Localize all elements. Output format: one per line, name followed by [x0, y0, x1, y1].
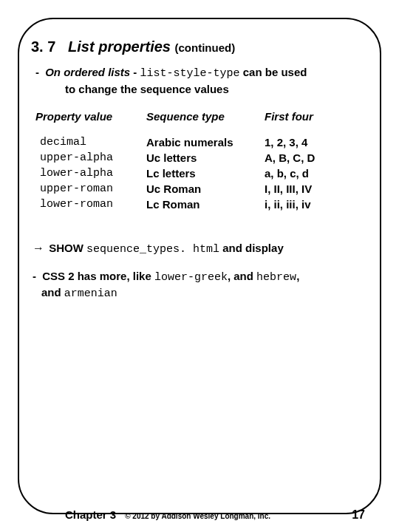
arrow-icon: →	[33, 242, 44, 254]
cell-sequence: Lc letters	[146, 166, 265, 181]
show-line: → SHOW sequence_types. html and display	[33, 242, 364, 256]
cell-sequence: Arabic numerals	[146, 134, 265, 150]
cell-sequence: Lc Roman	[146, 197, 265, 212]
slide-frame: 3. 7 List properties (continued) - On or…	[18, 18, 381, 514]
cell-sequence: Uc Roman	[146, 181, 265, 197]
footer-copyright: © 2012 by Addison Wesley Longman, Inc.	[125, 512, 270, 520]
header-property-value: Property value	[35, 110, 146, 123]
header-first-four: First four	[265, 110, 346, 123]
cell-property: upper-roman	[35, 181, 146, 197]
cell-property: lower-alpha	[35, 166, 146, 181]
note-code2: hebrew	[256, 271, 296, 284]
footer-page-number: 17	[352, 508, 365, 522]
table-row: lower-alpha Lc letters a, b, c, d	[35, 166, 364, 181]
cell-sequence: Uc letters	[146, 150, 265, 166]
bullet-dash: -	[35, 66, 39, 78]
note-code1: lower-greek	[154, 271, 228, 284]
note-line2a: and	[41, 286, 64, 299]
table-row: lower-roman Lc Roman i, ii, iii, iv	[35, 197, 364, 212]
bullet-tail: can be used	[240, 66, 307, 78]
show-code: sequence_types. html	[86, 243, 219, 256]
bullet-code: list-style-type	[140, 67, 240, 80]
heading-title: List properties	[68, 38, 171, 55]
note-tail: ,	[296, 270, 299, 282]
cell-property: lower-roman	[35, 197, 146, 212]
cell-first-four: I, II, III, IV	[265, 181, 353, 197]
bullet-lead: On ordered lists	[45, 66, 130, 78]
column-headers: Property value Sequence type First four	[35, 110, 364, 123]
table-row: decimal Arabic numerals 1, 2, 3, 4	[35, 134, 364, 150]
bullet-sep: -	[130, 66, 140, 78]
note-dash: -	[33, 270, 36, 282]
heading-continued: (continued)	[175, 41, 236, 54]
bullet-ordered-lists: - On ordered lists - list-style-type can…	[35, 66, 364, 80]
bullet-line2: to change the sequence values	[65, 83, 364, 95]
note-code3: armenian	[64, 287, 117, 300]
cell-first-four: i, ii, iii, iv	[265, 197, 353, 212]
footer-chapter: Chapter 3	[65, 508, 116, 521]
cell-property: decimal	[35, 134, 146, 150]
heading-number: 3. 7	[31, 38, 55, 55]
header-sequence-type: Sequence type	[146, 110, 265, 123]
note-mid: , and	[228, 270, 256, 282]
value-table: decimal Arabic numerals 1, 2, 3, 4 upper…	[35, 134, 364, 212]
table-row: upper-roman Uc Roman I, II, III, IV	[35, 181, 364, 197]
cell-first-four: a, b, c, d	[265, 166, 353, 181]
note-lead: CSS 2 has more, like	[39, 270, 154, 282]
note-css2: - CSS 2 has more, like lower-greek, and …	[33, 269, 364, 301]
footer: Chapter 3 © 2012 by Addison Wesley Longm…	[0, 508, 399, 522]
cell-first-four: A, B, C, D	[265, 150, 353, 166]
table-row: upper-alpha Uc letters A, B, C, D	[35, 150, 364, 166]
cell-property: upper-alpha	[35, 150, 146, 166]
show-lead: SHOW	[46, 242, 86, 254]
show-tail: and display	[219, 242, 284, 254]
heading: 3. 7 List properties (continued)	[31, 38, 364, 55]
cell-first-four: 1, 2, 3, 4	[265, 134, 353, 150]
